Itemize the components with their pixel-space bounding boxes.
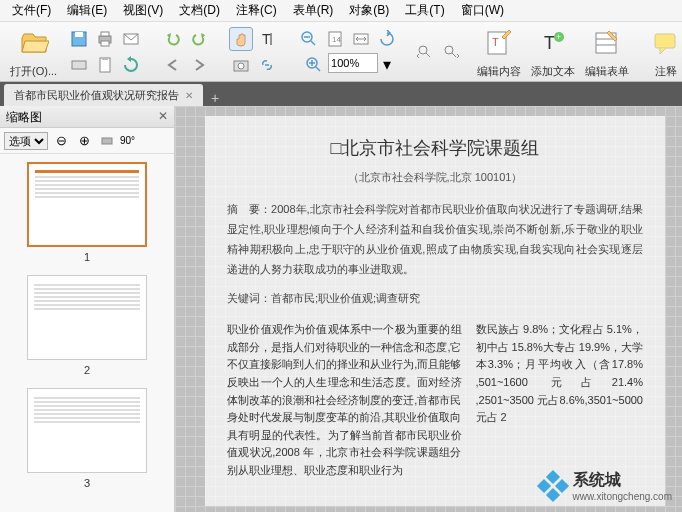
scanner-icon: [70, 56, 88, 74]
zoom-in-button[interactable]: [302, 53, 326, 77]
prev-view-button[interactable]: [161, 53, 185, 77]
doc-keywords: 关键词：首都市民;职业价值观;调查研究: [227, 290, 643, 308]
refresh-button[interactable]: [119, 53, 143, 77]
text-cursor-icon: T: [258, 30, 276, 48]
menu-edit[interactable]: 编辑(E): [59, 0, 115, 21]
document-tab[interactable]: 首都市民职业价值观状况研究报告 ✕: [4, 84, 203, 106]
add-text-icon: T+: [539, 29, 567, 57]
text-select-button[interactable]: T: [255, 27, 279, 51]
fit-page-button[interactable]: 14: [323, 27, 347, 51]
watermark-url: www.xitongcheng.com: [573, 491, 673, 502]
menu-document[interactable]: 文档(D): [171, 0, 228, 21]
menu-annotate[interactable]: 注释(C): [228, 0, 285, 21]
menu-file[interactable]: 文件(F): [4, 0, 59, 21]
clipboard-button[interactable]: [93, 53, 117, 77]
menu-view[interactable]: 视图(V): [115, 0, 171, 21]
thumbnail-2[interactable]: 2: [8, 275, 166, 376]
zoom-dropdown[interactable]: ▾: [380, 53, 394, 77]
find-prev-button[interactable]: [413, 40, 437, 64]
svg-rect-8: [102, 57, 108, 60]
svg-point-25: [445, 46, 453, 54]
thumb-number: 2: [8, 364, 166, 376]
zoom-out-button[interactable]: [297, 27, 321, 51]
zoom-in-icon: [305, 56, 323, 74]
watermark-logo-icon: [539, 472, 567, 500]
tab-bar: 首都市民职业价值观状况研究报告 ✕ +: [0, 82, 682, 106]
thumb-number: 1: [8, 251, 166, 263]
sidebar-title: 缩略图: [6, 109, 42, 124]
tab-close-button[interactable]: ✕: [185, 90, 193, 101]
find-next-button[interactable]: [439, 40, 463, 64]
svg-text:T: T: [262, 31, 271, 47]
clipboard-icon: [96, 56, 114, 74]
next-view-button[interactable]: [187, 53, 211, 77]
thumb-zoom-out-button[interactable]: ⊖: [51, 131, 71, 151]
svg-line-24: [426, 53, 430, 57]
thumbnail-3[interactable]: 3: [8, 388, 166, 489]
watermark: 系统城 www.xitongcheng.com: [539, 470, 673, 502]
thumb-zoom-in-button[interactable]: ⊕: [74, 131, 94, 151]
redo-button[interactable]: [187, 27, 211, 51]
watermark-brand: 系统城: [573, 470, 673, 491]
email-button[interactable]: [119, 27, 143, 51]
svg-rect-6: [72, 61, 86, 69]
fit-width-icon: [352, 30, 370, 48]
annotate-label: 注释: [655, 64, 677, 79]
hand-icon: [232, 30, 250, 48]
edit-content-button[interactable]: T: [480, 24, 518, 62]
open-label: 打开(O)...: [10, 64, 57, 79]
menu-window[interactable]: 窗口(W): [453, 0, 512, 21]
thumbnail-panel: 缩略图 ✕ 选项▾ ⊖ ⊕ 90° 1 2 3: [0, 106, 175, 512]
doc-subtitle: （北京市社会科学院,北京 100101）: [227, 169, 643, 187]
arrow-left-icon: [164, 56, 182, 74]
svg-text:T: T: [492, 36, 499, 48]
fit-page-icon: 14: [326, 30, 344, 48]
open-button[interactable]: [15, 24, 53, 62]
zoom-input[interactable]: [328, 53, 378, 73]
thumbnail-1[interactable]: 1: [8, 162, 166, 263]
redo-icon: [190, 30, 208, 48]
add-text-button[interactable]: T+: [534, 24, 572, 62]
doc-column-right: 数民族占 9.8%；文化程占 5.1%，初中占 15.8%大专占 19.9%，大…: [476, 321, 644, 479]
edit-content-label: 编辑内容: [477, 64, 521, 79]
edit-form-button[interactable]: [588, 24, 626, 62]
fit-width-button[interactable]: [349, 27, 373, 51]
svg-rect-7: [100, 58, 110, 72]
doc-title: □北京市社会科学院课题组: [227, 134, 643, 163]
document-view[interactable]: □北京市社会科学院课题组 （北京市社会科学院,北京 100101） 摘 要：20…: [175, 106, 682, 512]
svg-rect-36: [102, 138, 112, 144]
thumb-rotate-label[interactable]: 90°: [120, 135, 135, 146]
hand-tool-button[interactable]: [229, 27, 253, 51]
mail-icon: [122, 30, 140, 48]
scan-button[interactable]: [67, 53, 91, 77]
svg-text:14: 14: [332, 35, 341, 44]
menu-form[interactable]: 表单(R): [285, 0, 342, 21]
undo-button[interactable]: [161, 27, 185, 51]
thumb-print-button[interactable]: [97, 131, 117, 151]
sidebar-close-button[interactable]: ✕: [158, 109, 168, 124]
thumb-number: 3: [8, 477, 166, 489]
new-tab-button[interactable]: +: [203, 90, 227, 106]
menu-object[interactable]: 对象(B): [341, 0, 397, 21]
svg-rect-4: [101, 41, 109, 46]
link-button[interactable]: [255, 53, 279, 77]
thumbnail-options-select[interactable]: 选项▾: [4, 132, 48, 150]
menu-tools[interactable]: 工具(T): [397, 0, 452, 21]
find-prev-icon: [416, 43, 434, 61]
svg-text:+: +: [556, 32, 561, 42]
svg-text:T: T: [544, 33, 555, 53]
annotate-button[interactable]: [647, 24, 682, 62]
edit-content-icon: T: [485, 29, 513, 57]
svg-rect-1: [75, 32, 83, 37]
link-icon: [258, 56, 276, 74]
menu-bar: 文件(F) 编辑(E) 视图(V) 文档(D) 注释(C) 表单(R) 对象(B…: [0, 0, 682, 22]
tab-title: 首都市民职业价值观状况研究报告: [14, 88, 179, 103]
svg-line-26: [452, 53, 456, 57]
snapshot-button[interactable]: [229, 53, 253, 77]
print-button[interactable]: [93, 27, 117, 51]
undo-icon: [164, 30, 182, 48]
add-text-label: 添加文本: [531, 64, 575, 79]
refresh-icon: [122, 56, 140, 74]
rotate-button[interactable]: [375, 27, 399, 51]
save-button[interactable]: [67, 27, 91, 51]
